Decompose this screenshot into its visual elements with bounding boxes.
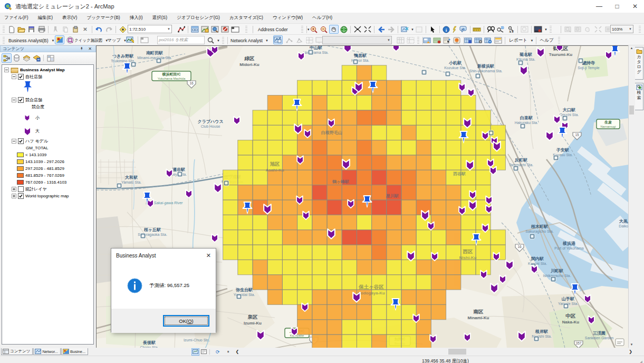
svg-text:Hodogaya-Ku: Hodogaya-Ku bbox=[358, 291, 385, 295]
svg-text:三渓園: 三渓園 bbox=[593, 331, 605, 336]
svg-text:Izumi-Chuo Sta.: Izumi-Chuo Sta. bbox=[184, 338, 210, 342]
svg-text:泉区: 泉区 bbox=[247, 314, 258, 320]
svg-text:Naka-Ku: Naka-Ku bbox=[562, 320, 580, 324]
svg-text:Izumi-Ku: Izumi-Ku bbox=[244, 321, 262, 326]
svg-text:緑区: 緑区 bbox=[244, 55, 255, 61]
svg-text:生麦: 生麦 bbox=[604, 120, 612, 125]
svg-text:鴨居駅: 鴨居駅 bbox=[354, 53, 367, 58]
svg-text:反町駅: 反町駅 bbox=[514, 158, 527, 163]
svg-text:旭区: 旭区 bbox=[270, 161, 281, 167]
svg-text:白楽駅: 白楽駅 bbox=[520, 116, 533, 120]
svg-text:山手駅: 山手駅 bbox=[562, 297, 574, 301]
svg-text:菊名駅: 菊名駅 bbox=[519, 52, 532, 57]
svg-text:357: 357 bbox=[576, 341, 582, 345]
svg-text:Nakayama Sta.: Nakayama Sta. bbox=[303, 51, 329, 55]
svg-text:Minami-machida Sta.: Minami-machida Sta. bbox=[137, 56, 172, 60]
svg-text:横浜港: 横浜港 bbox=[562, 241, 576, 246]
svg-text:Tammachi Sta.: Tammachi Sta. bbox=[509, 163, 533, 167]
svg-text:Daikoku: Daikoku bbox=[619, 224, 629, 228]
svg-text:星川駅: 星川駅 bbox=[386, 194, 399, 198]
svg-text:子安駅: 子安駅 bbox=[556, 147, 569, 152]
svg-text:Hakuraku Sta.: Hakuraku Sta. bbox=[515, 121, 538, 125]
svg-text:桜木町駅: 桜木町駅 bbox=[531, 224, 548, 229]
svg-text:川町駅: 川町駅 bbox=[550, 269, 563, 273]
svg-text:根岸駅: 根岸駅 bbox=[535, 329, 548, 334]
svg-text:Ishikawacho Sta.: Ishikawacho Sta. bbox=[543, 274, 571, 278]
svg-text:Kozukue Sta.: Kozukue Sta. bbox=[444, 66, 466, 70]
svg-text:小机駅: 小机駅 bbox=[448, 61, 462, 65]
svg-text:桜ヶ丘駅: 桜ヶ丘駅 bbox=[143, 227, 161, 232]
svg-text:つきみ野駅: つきみ野駅 bbox=[112, 54, 134, 59]
svg-text:Yokohama Machida: Yokohama Machida bbox=[158, 77, 186, 80]
svg-text:XY: XY bbox=[509, 30, 514, 33]
svg-text:16: 16 bbox=[517, 245, 522, 249]
svg-text:Club House: Club House bbox=[201, 125, 220, 128]
svg-text:大黒ふ: 大黒ふ bbox=[619, 219, 629, 224]
svg-text:Minami-Ku: Minami-Ku bbox=[468, 316, 489, 320]
svg-text:新横浜駅: 新横浜駅 bbox=[477, 63, 494, 69]
svg-text:横浜町田IC: 横浜町田IC bbox=[162, 72, 181, 77]
svg-text:總持寺: 總持寺 bbox=[582, 61, 595, 65]
svg-text:西区: 西区 bbox=[463, 249, 474, 254]
svg-text:弥生台駅: 弥生台駅 bbox=[236, 287, 253, 292]
svg-text:鶴ヶ峰駅: 鶴ヶ峰駅 bbox=[332, 179, 349, 184]
svg-text:西谷駅: 西谷駅 bbox=[453, 171, 466, 176]
svg-text:16: 16 bbox=[189, 81, 194, 85]
svg-text:Nishi-Ku: Nishi-Ku bbox=[459, 255, 477, 260]
svg-text:ab: ab bbox=[462, 27, 465, 31]
svg-text:南町田駅: 南町田駅 bbox=[146, 51, 163, 55]
svg-text:Yamato Sta.: Yamato Sta. bbox=[121, 180, 141, 184]
svg-text:Sankelen Garden: Sankelen Garden bbox=[585, 336, 614, 340]
svg-text:中区: 中区 bbox=[566, 313, 576, 319]
svg-text:白根野毛山: 白根野毛山 bbox=[321, 130, 342, 135]
svg-text:長後駅: 長後駅 bbox=[142, 340, 156, 345]
svg-text:Asahi-Ku: Asahi-Ku bbox=[265, 168, 284, 173]
svg-text:Sakuragicho Sta.: Sakuragicho Sta. bbox=[525, 230, 553, 234]
svg-text:保土ヶ谷区: 保土ヶ谷区 bbox=[358, 284, 384, 290]
svg-text:南区: 南区 bbox=[474, 309, 484, 314]
svg-text:Soji-ji Temple: Soji-ji Temple bbox=[578, 66, 600, 70]
svg-text:Midori-Ku: Midori-Ku bbox=[239, 62, 259, 67]
svg-text:Port of Yokohama: Port of Yokohama bbox=[554, 246, 583, 250]
svg-text:大口駅: 大口駅 bbox=[563, 108, 575, 112]
svg-text:大和駅: 大和駅 bbox=[125, 175, 138, 180]
svg-text:Namamugi: Namamugi bbox=[600, 125, 616, 128]
svg-text:15: 15 bbox=[575, 133, 579, 137]
svg-text:Tsurumi-Ku: Tsurumi-Ku bbox=[549, 52, 572, 57]
svg-text:クラブハウス: クラブハウス bbox=[197, 119, 223, 124]
svg-text:Shin-yokohama Sta.: Shin-yokohama Sta. bbox=[469, 69, 502, 73]
svg-text:関内駅: 関内駅 bbox=[531, 256, 544, 261]
